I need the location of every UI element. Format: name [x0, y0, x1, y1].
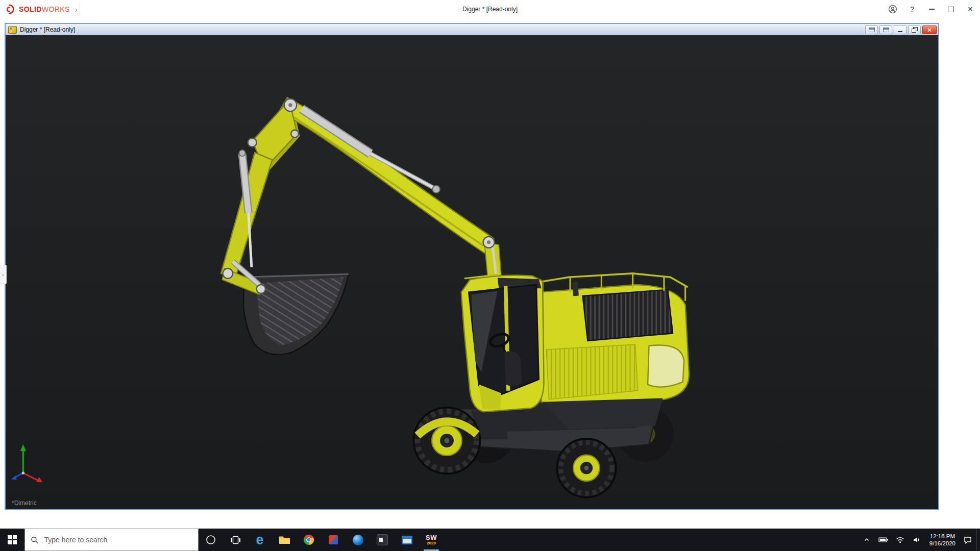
- show-desktop-button[interactable]: [976, 529, 980, 551]
- collapsed-panel-tab[interactable]: ‹: [0, 265, 7, 284]
- window-tile-icon: [883, 28, 889, 32]
- front-right-wheel[interactable]: [557, 439, 616, 497]
- close-button[interactable]: ×: [961, 0, 980, 18]
- tray-overflow-button[interactable]: [859, 529, 875, 551]
- solidworks-ds-icon: [5, 4, 16, 15]
- edge-button[interactable]: e: [248, 529, 272, 551]
- chrome-icon: [303, 534, 314, 545]
- maximize-icon: [948, 7, 954, 12]
- wifi-icon: [896, 537, 904, 543]
- document-title: Digger * [Read-only]: [20, 26, 75, 33]
- view-orientation-label: *Dimetric: [12, 499, 37, 507]
- action-center-button[interactable]: [960, 529, 976, 551]
- minimize-icon: [898, 31, 902, 32]
- titlebar-separator: [80, 3, 80, 15]
- solidworks-taskbar-button[interactable]: SW 2020: [419, 529, 444, 551]
- minimize-icon: [929, 9, 935, 10]
- help-icon[interactable]: ?: [902, 0, 922, 18]
- action-center-icon: [964, 536, 972, 544]
- seat: [504, 351, 522, 386]
- doc-minimize-button[interactable]: [894, 26, 906, 34]
- restore-icon: [912, 27, 918, 33]
- assembly-document-icon: [8, 26, 17, 34]
- battery-button[interactable]: [875, 529, 892, 551]
- search-input[interactable]: [43, 535, 192, 544]
- cortana-button[interactable]: [199, 529, 223, 551]
- taskbar-app-button-1[interactable]: [321, 529, 346, 551]
- front-left-wheel[interactable]: [413, 408, 480, 474]
- document-window-buttons: ×: [865, 26, 937, 34]
- blue-window-app-icon: [402, 536, 412, 544]
- app-window-title: Digger * [Read-only]: [462, 6, 518, 13]
- blue-sphere-app-icon: [353, 535, 363, 545]
- doc-tile-button-2[interactable]: [879, 26, 892, 34]
- graphics-viewport[interactable]: *Dimetric: [6, 35, 938, 509]
- taskbar-app-button-2[interactable]: [346, 529, 370, 551]
- network-button[interactable]: [892, 529, 909, 551]
- chrome-button[interactable]: [297, 529, 321, 551]
- doc-restore-button[interactable]: [908, 26, 921, 34]
- task-view-icon: [230, 536, 241, 544]
- search-icon: [31, 536, 38, 544]
- minimize-button[interactable]: [922, 0, 941, 18]
- app-window-controls: ? ×: [883, 0, 980, 18]
- maximize-button[interactable]: [941, 0, 961, 18]
- excavator-3d-model: [6, 35, 938, 509]
- clock-date: 9/16/2020: [929, 540, 955, 547]
- doc-close-button[interactable]: ×: [922, 26, 937, 34]
- file-explorer-button[interactable]: [272, 529, 297, 551]
- windows-logo-icon: [8, 535, 17, 544]
- brand-text: SOLIDWORKS: [19, 5, 70, 13]
- upper-body[interactable]: [539, 273, 689, 430]
- battery-icon: [878, 537, 889, 543]
- document-titlebar[interactable]: Digger * [Read-only] ×: [6, 24, 938, 36]
- window-tile-icon: [869, 28, 875, 32]
- solidworks-logo[interactable]: SOLIDWORKS: [0, 0, 73, 18]
- document-window: Digger * [Read-only] ×: [5, 23, 939, 510]
- taskbar-clock[interactable]: 12:18 PM 9/16/2020: [926, 533, 959, 547]
- account-icon[interactable]: [883, 0, 902, 18]
- app-titlebar: SOLIDWORKS › Digger * [Read-only] ? ×: [0, 0, 980, 18]
- chevron-up-icon: [864, 537, 870, 543]
- volume-button[interactable]: [909, 529, 925, 551]
- file-explorer-icon: [279, 535, 290, 545]
- clock-time: 12:18 PM: [930, 533, 955, 540]
- taskbar-app-button-3[interactable]: [370, 529, 395, 551]
- windows-taskbar: e SW 2020: [0, 529, 980, 551]
- task-view-button[interactable]: [223, 529, 248, 551]
- doc-tile-button-1[interactable]: [865, 26, 878, 34]
- system-tray: 12:18 PM 9/16/2020: [859, 529, 980, 551]
- solidworks-2020-icon: SW 2020: [426, 534, 437, 545]
- edge-icon: e: [256, 533, 263, 547]
- orientation-triad: [11, 444, 42, 483]
- cab[interactable]: [461, 274, 544, 412]
- menu-expand-arrow-icon[interactable]: ›: [73, 6, 80, 13]
- boom-assembly[interactable]: [221, 97, 501, 294]
- taskbar-search-box[interactable]: [24, 529, 199, 551]
- speaker-icon: [913, 536, 921, 543]
- red-blue-app-icon: [328, 535, 338, 545]
- dark-app-icon: [377, 534, 388, 545]
- taskbar-app-button-4[interactable]: [395, 529, 419, 551]
- start-button[interactable]: [0, 529, 24, 551]
- cortana-icon: [206, 535, 216, 545]
